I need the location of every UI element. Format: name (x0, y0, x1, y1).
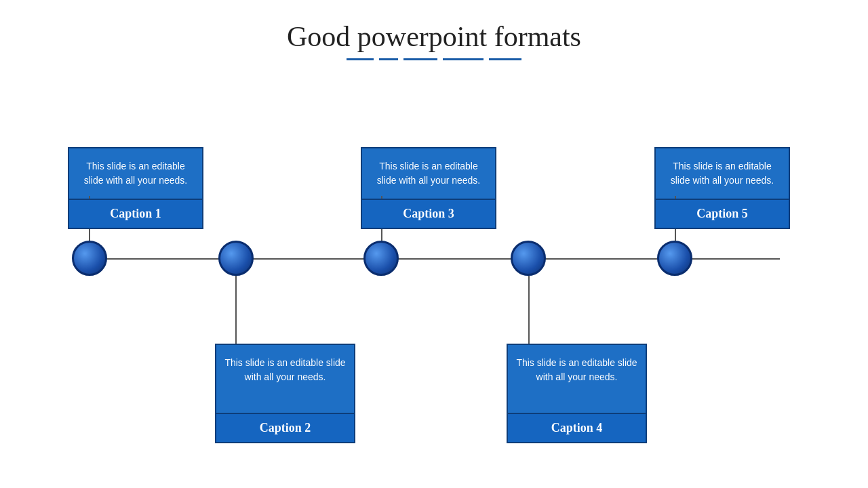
slide: Good powerpoint formats This slide is an… (0, 0, 868, 488)
node2-desc-box: This slide is an editable slide with all… (215, 344, 355, 415)
node5-circle (657, 241, 692, 276)
title-section: Good powerpoint formats (287, 20, 581, 60)
slide-title: Good powerpoint formats (287, 20, 581, 53)
node4-desc-box: This slide is an editable slide with all… (507, 344, 647, 415)
underline-seg-1 (347, 58, 374, 60)
node4-circle (511, 241, 546, 276)
underline-seg-5 (489, 58, 521, 60)
node2-caption-box: Caption 2 (215, 413, 355, 443)
underline-seg-3 (403, 58, 437, 60)
node5-caption-box: Caption 5 (654, 199, 790, 229)
node2-circle (218, 241, 254, 276)
timeline-container: This slide is an editable slide with all… (27, 101, 841, 488)
node3-caption-box: Caption 3 (361, 199, 496, 229)
node4-caption-box: Caption 4 (507, 413, 647, 443)
node1-caption-box: Caption 1 (68, 199, 203, 229)
node3-circle (363, 241, 399, 276)
title-underline (287, 58, 581, 60)
underline-seg-2 (379, 58, 398, 60)
node1-circle (72, 241, 107, 276)
underline-seg-4 (443, 58, 484, 60)
